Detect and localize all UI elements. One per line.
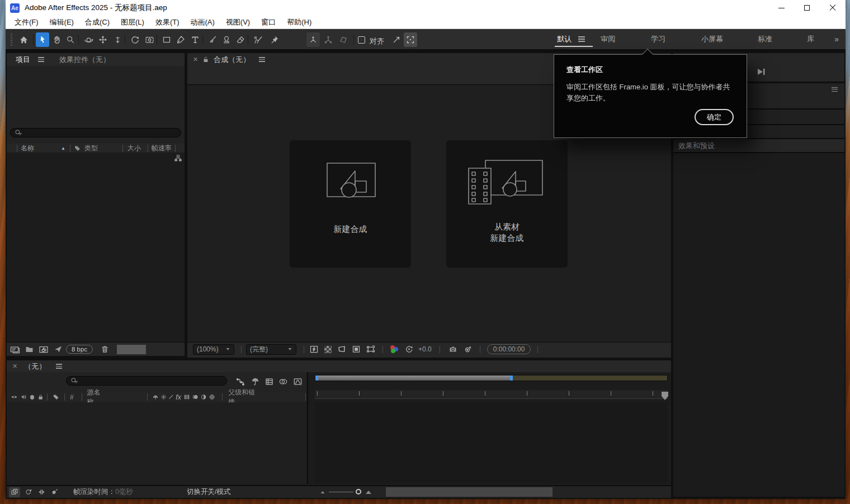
column-name[interactable]: 名称 <box>21 144 34 153</box>
world-axis-mode[interactable] <box>322 32 335 47</box>
toolbar-grip[interactable] <box>11 34 12 46</box>
workspace-tab-small-screen[interactable]: 小屏幕 <box>684 29 740 49</box>
new-comp-from-footage-button[interactable]: 从素材 新建合成 <box>446 140 568 268</box>
audio-speaker-icon[interactable] <box>20 393 27 401</box>
motion-blur-icon[interactable] <box>192 393 199 401</box>
comp-tab-label[interactable]: 合成（无） <box>214 55 250 65</box>
3d-layer-icon[interactable] <box>209 393 215 401</box>
local-axis-mode[interactable] <box>306 32 320 47</box>
menu-edit[interactable]: 编辑(E) <box>44 16 79 28</box>
timeline-zoom-slider[interactable] <box>329 492 353 492</box>
camera-tool[interactable] <box>143 32 156 47</box>
workspace-tab-default[interactable]: 默认 <box>550 29 578 49</box>
menu-window[interactable]: 窗口 <box>256 16 281 28</box>
navigator-end-handle[interactable] <box>510 375 513 381</box>
new-folder-icon[interactable] <box>25 345 34 354</box>
panel-menu-icon[interactable] <box>832 89 838 89</box>
home-tool[interactable] <box>17 32 30 47</box>
time-ruler[interactable] <box>315 390 668 399</box>
graph-editor-icon[interactable] <box>293 377 303 386</box>
snapshot-camera-icon[interactable] <box>448 345 458 354</box>
project-hscrollbar[interactable] <box>117 345 146 354</box>
column-framerate[interactable]: 帧速率 <box>152 144 172 153</box>
play-to-end-icon[interactable] <box>756 68 766 76</box>
comp-marker-bin-icon[interactable] <box>660 391 669 401</box>
clone-stamp-tool[interactable] <box>220 32 233 47</box>
trash-icon[interactable] <box>101 345 109 354</box>
timeline-search-input[interactable] <box>66 376 227 386</box>
adjustment-layer-icon[interactable] <box>200 393 207 401</box>
zoom-slider-knob[interactable] <box>356 489 361 495</box>
workspace-tab-review[interactable]: 审阅 <box>594 29 632 49</box>
navigator-start-handle[interactable] <box>315 375 318 381</box>
project-items-list[interactable] <box>7 153 185 343</box>
project-panel-menu-icon[interactable] <box>38 59 45 60</box>
mask-expansion-tool[interactable] <box>404 32 417 47</box>
mask-visibility-icon[interactable] <box>352 345 361 354</box>
column-size[interactable]: 大小 <box>128 144 141 153</box>
frame-blending-icon[interactable] <box>278 377 289 386</box>
pen-tool[interactable] <box>174 32 187 47</box>
unlock-icon[interactable] <box>202 56 209 63</box>
comp-tab-close-icon[interactable]: ✕ <box>193 56 198 63</box>
column-type[interactable]: 类型 <box>84 144 98 153</box>
brush-tool[interactable] <box>206 32 219 47</box>
zoom-in-mountain-icon[interactable] <box>366 491 371 494</box>
roto-brush-tool[interactable] <box>251 32 265 47</box>
sort-ascending-icon[interactable]: ▲ <box>61 146 65 151</box>
rectangle-tool[interactable] <box>160 32 173 47</box>
crop-region-icon[interactable] <box>366 345 376 354</box>
workspace-tab-standard[interactable]: 标准 <box>740 29 790 49</box>
zoom-tool[interactable] <box>64 32 77 47</box>
tab-project[interactable]: 项目 <box>13 55 32 65</box>
align-label[interactable]: 对齐 <box>370 36 384 46</box>
pan-camera-tool[interactable] <box>96 32 110 47</box>
transfer-controls-icon[interactable] <box>25 488 33 496</box>
minimize-button[interactable] <box>768 0 794 16</box>
new-composition-icon[interactable] <box>39 345 49 354</box>
selection-tool[interactable] <box>36 32 49 47</box>
shy-layers-icon[interactable] <box>265 377 274 386</box>
toggle-switches-modes-button[interactable]: 切换开关/模式 <box>187 487 230 497</box>
zoom-out-mountain-icon[interactable] <box>321 491 325 493</box>
eraser-tool[interactable] <box>234 32 247 47</box>
view-axis-mode[interactable] <box>337 32 350 47</box>
time-navigator-bar[interactable] <box>315 375 513 381</box>
dolly-camera-tool[interactable] <box>111 32 124 47</box>
solo-icon[interactable] <box>30 395 34 400</box>
time-navigator-track[interactable] <box>315 375 668 381</box>
collapse-transformations-icon[interactable] <box>160 393 167 401</box>
video-eye-icon[interactable] <box>11 393 18 401</box>
interpret-footage-icon[interactable] <box>10 345 20 354</box>
channel-rgb-icon[interactable] <box>390 345 399 353</box>
in-out-panes-icon[interactable] <box>37 488 46 496</box>
magnification-dropdown[interactable]: (100%)▼ <box>193 344 234 355</box>
rotate-tool[interactable] <box>128 32 141 47</box>
region-of-interest-icon[interactable] <box>337 345 347 354</box>
maximize-button[interactable] <box>794 0 820 16</box>
fast-preview-icon[interactable] <box>309 345 319 354</box>
effects-presets-header[interactable]: 效果和预设 <box>673 139 844 152</box>
paper-plane-icon[interactable] <box>54 345 63 354</box>
timeline-track-area[interactable] <box>315 402 668 484</box>
timeline-tab-close-icon[interactable]: ✕ <box>12 363 17 370</box>
workspace-tab-learn[interactable]: 学习 <box>632 29 684 49</box>
label-color-icon[interactable] <box>53 393 59 401</box>
menu-layer[interactable]: 图层(L) <box>115 16 150 28</box>
transparency-grid-icon[interactable] <box>324 346 332 353</box>
project-search-input[interactable] <box>10 128 181 137</box>
reset-exposure-icon[interactable] <box>404 345 414 354</box>
menu-composition[interactable]: 合成(C) <box>79 16 115 28</box>
workspace-overflow-button[interactable]: » <box>831 35 841 44</box>
effects-presets-content[interactable] <box>673 153 844 497</box>
shy-icon[interactable] <box>152 393 159 401</box>
new-composition-button[interactable]: 新建合成 <box>290 140 411 268</box>
project-bit-depth-button[interactable]: 8 bpc <box>66 345 93 354</box>
timeline-hscrollbar[interactable] <box>386 487 552 497</box>
draft-3d-icon[interactable] <box>251 377 260 386</box>
frame-blend-icon[interactable] <box>183 393 190 401</box>
menu-effect[interactable]: 效果(T) <box>150 16 185 28</box>
tooltip-ok-button[interactable]: 确定 <box>695 109 734 125</box>
column-number[interactable]: # <box>70 393 74 401</box>
preview-timecode[interactable]: 0:00:00:00 <box>487 344 531 354</box>
